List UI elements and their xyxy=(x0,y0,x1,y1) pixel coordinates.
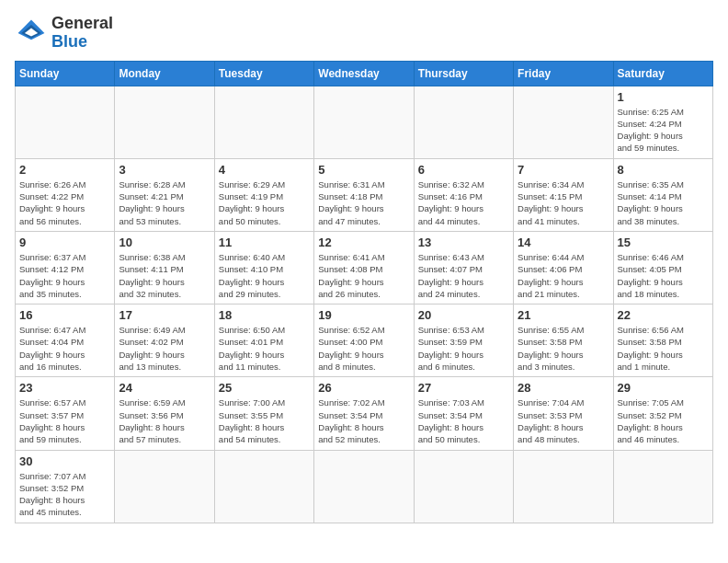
calendar-cell xyxy=(115,86,214,158)
day-info: Sunrise: 6:59 AM Sunset: 3:56 PM Dayligh… xyxy=(119,396,210,445)
day-info: Sunrise: 6:38 AM Sunset: 4:11 PM Dayligh… xyxy=(119,251,210,300)
day-number: 5 xyxy=(318,163,409,177)
weekday-header-wednesday: Wednesday xyxy=(314,61,414,86)
day-number: 10 xyxy=(119,236,210,249)
calendar-cell xyxy=(414,86,513,158)
day-number: 13 xyxy=(418,236,509,249)
day-info: Sunrise: 7:07 AM Sunset: 3:52 PM Dayligh… xyxy=(19,470,110,519)
day-info: Sunrise: 6:53 AM Sunset: 3:59 PM Dayligh… xyxy=(418,324,509,373)
weekday-header-thursday: Thursday xyxy=(414,61,513,86)
day-number: 19 xyxy=(318,308,409,322)
logo: General Blue xyxy=(15,15,113,52)
day-number: 30 xyxy=(19,454,110,468)
day-info: Sunrise: 6:41 AM Sunset: 4:08 PM Dayligh… xyxy=(318,251,409,300)
calendar-cell xyxy=(514,86,613,158)
day-number: 7 xyxy=(518,163,609,177)
calendar-cell: 5Sunrise: 6:31 AM Sunset: 4:18 PM Daylig… xyxy=(314,158,414,231)
calendar-cell: 1Sunrise: 6:25 AM Sunset: 4:24 PM Daylig… xyxy=(613,86,712,158)
day-info: Sunrise: 6:46 AM Sunset: 4:05 PM Dayligh… xyxy=(618,251,709,300)
week-row-5: 23Sunrise: 6:57 AM Sunset: 3:57 PM Dayli… xyxy=(16,377,713,450)
calendar-cell: 14Sunrise: 6:44 AM Sunset: 4:06 PM Dayli… xyxy=(514,231,613,304)
calendar-cell xyxy=(115,450,214,523)
day-info: Sunrise: 6:35 AM Sunset: 4:14 PM Dayligh… xyxy=(618,178,709,227)
day-number: 24 xyxy=(119,381,210,395)
calendar-cell: 24Sunrise: 6:59 AM Sunset: 3:56 PM Dayli… xyxy=(115,377,214,450)
weekday-header-saturday: Saturday xyxy=(613,61,712,86)
day-number: 27 xyxy=(418,381,509,395)
calendar-cell xyxy=(414,450,513,523)
day-number: 21 xyxy=(518,308,609,322)
day-info: Sunrise: 6:44 AM Sunset: 4:06 PM Dayligh… xyxy=(518,251,609,300)
day-info: Sunrise: 7:00 AM Sunset: 3:55 PM Dayligh… xyxy=(219,396,310,445)
calendar-cell: 15Sunrise: 6:46 AM Sunset: 4:05 PM Dayli… xyxy=(613,231,712,304)
week-row-2: 2Sunrise: 6:26 AM Sunset: 4:22 PM Daylig… xyxy=(16,158,713,231)
day-info: Sunrise: 6:40 AM Sunset: 4:10 PM Dayligh… xyxy=(219,251,310,300)
day-info: Sunrise: 7:04 AM Sunset: 3:53 PM Dayligh… xyxy=(518,396,609,445)
calendar-table: SundayMondayTuesdayWednesdayThursdayFrid… xyxy=(15,61,713,523)
calendar-cell xyxy=(314,86,414,158)
day-number: 17 xyxy=(119,308,210,322)
day-info: Sunrise: 6:49 AM Sunset: 4:02 PM Dayligh… xyxy=(119,324,210,373)
day-info: Sunrise: 6:55 AM Sunset: 3:58 PM Dayligh… xyxy=(518,324,609,373)
weekday-header-row: SundayMondayTuesdayWednesdayThursdayFrid… xyxy=(16,61,713,86)
calendar-cell: 25Sunrise: 7:00 AM Sunset: 3:55 PM Dayli… xyxy=(214,377,313,450)
day-number: 12 xyxy=(318,236,409,249)
calendar-cell: 12Sunrise: 6:41 AM Sunset: 4:08 PM Dayli… xyxy=(314,231,414,304)
weekday-header-monday: Monday xyxy=(115,61,214,86)
day-number: 22 xyxy=(618,308,709,322)
day-number: 8 xyxy=(618,163,709,177)
day-info: Sunrise: 6:25 AM Sunset: 4:24 PM Dayligh… xyxy=(618,106,709,155)
calendar-cell: 11Sunrise: 6:40 AM Sunset: 4:10 PM Dayli… xyxy=(214,231,313,304)
calendar-cell: 20Sunrise: 6:53 AM Sunset: 3:59 PM Dayli… xyxy=(414,304,513,377)
calendar-cell: 22Sunrise: 6:56 AM Sunset: 3:58 PM Dayli… xyxy=(613,304,712,377)
day-info: Sunrise: 6:56 AM Sunset: 3:58 PM Dayligh… xyxy=(618,324,709,373)
calendar-cell: 17Sunrise: 6:49 AM Sunset: 4:02 PM Dayli… xyxy=(115,304,214,377)
calendar-cell: 7Sunrise: 6:34 AM Sunset: 4:15 PM Daylig… xyxy=(514,158,613,231)
day-info: Sunrise: 7:03 AM Sunset: 3:54 PM Dayligh… xyxy=(418,396,509,445)
calendar-cell: 6Sunrise: 6:32 AM Sunset: 4:16 PM Daylig… xyxy=(414,158,513,231)
day-number: 4 xyxy=(219,163,310,177)
day-number: 15 xyxy=(618,236,709,249)
calendar-cell: 21Sunrise: 6:55 AM Sunset: 3:58 PM Dayli… xyxy=(514,304,613,377)
logo-text: General Blue xyxy=(51,15,113,52)
day-number: 28 xyxy=(518,381,609,395)
day-number: 11 xyxy=(219,236,310,249)
day-info: Sunrise: 6:37 AM Sunset: 4:12 PM Dayligh… xyxy=(19,251,110,300)
day-info: Sunrise: 6:28 AM Sunset: 4:21 PM Dayligh… xyxy=(119,178,210,227)
weekday-header-tuesday: Tuesday xyxy=(214,61,313,86)
weekday-header-sunday: Sunday xyxy=(16,61,115,86)
calendar-cell: 4Sunrise: 6:29 AM Sunset: 4:19 PM Daylig… xyxy=(214,158,313,231)
calendar-cell xyxy=(613,450,712,523)
day-info: Sunrise: 6:57 AM Sunset: 3:57 PM Dayligh… xyxy=(19,396,110,445)
day-number: 14 xyxy=(518,236,609,249)
day-info: Sunrise: 6:43 AM Sunset: 4:07 PM Dayligh… xyxy=(418,251,509,300)
calendar-cell: 19Sunrise: 6:52 AM Sunset: 4:00 PM Dayli… xyxy=(314,304,414,377)
calendar-cell xyxy=(214,450,313,523)
calendar-cell: 9Sunrise: 6:37 AM Sunset: 4:12 PM Daylig… xyxy=(16,231,115,304)
calendar-cell: 8Sunrise: 6:35 AM Sunset: 4:14 PM Daylig… xyxy=(613,158,712,231)
day-number: 16 xyxy=(19,308,110,322)
day-number: 26 xyxy=(318,381,409,395)
day-info: Sunrise: 6:52 AM Sunset: 4:00 PM Dayligh… xyxy=(318,324,409,373)
day-number: 25 xyxy=(219,381,310,395)
day-info: Sunrise: 6:50 AM Sunset: 4:01 PM Dayligh… xyxy=(219,324,310,373)
day-info: Sunrise: 6:29 AM Sunset: 4:19 PM Dayligh… xyxy=(219,178,310,227)
calendar-cell: 3Sunrise: 6:28 AM Sunset: 4:21 PM Daylig… xyxy=(115,158,214,231)
calendar-cell xyxy=(314,450,414,523)
day-info: Sunrise: 6:34 AM Sunset: 4:15 PM Dayligh… xyxy=(518,178,609,227)
day-info: Sunrise: 6:31 AM Sunset: 4:18 PM Dayligh… xyxy=(318,178,409,227)
weekday-header-friday: Friday xyxy=(514,61,613,86)
calendar-cell: 18Sunrise: 6:50 AM Sunset: 4:01 PM Dayli… xyxy=(214,304,313,377)
calendar-cell: 27Sunrise: 7:03 AM Sunset: 3:54 PM Dayli… xyxy=(414,377,513,450)
day-number: 23 xyxy=(19,381,110,395)
calendar-cell: 23Sunrise: 6:57 AM Sunset: 3:57 PM Dayli… xyxy=(16,377,115,450)
calendar-cell: 10Sunrise: 6:38 AM Sunset: 4:11 PM Dayli… xyxy=(115,231,214,304)
logo-icon xyxy=(15,17,48,50)
day-number: 2 xyxy=(19,163,110,177)
calendar-cell: 16Sunrise: 6:47 AM Sunset: 4:04 PM Dayli… xyxy=(16,304,115,377)
day-number: 18 xyxy=(219,308,310,322)
day-info: Sunrise: 7:02 AM Sunset: 3:54 PM Dayligh… xyxy=(318,396,409,445)
day-info: Sunrise: 6:26 AM Sunset: 4:22 PM Dayligh… xyxy=(19,178,110,227)
page-header: General Blue xyxy=(15,15,713,52)
calendar-cell xyxy=(16,86,115,158)
